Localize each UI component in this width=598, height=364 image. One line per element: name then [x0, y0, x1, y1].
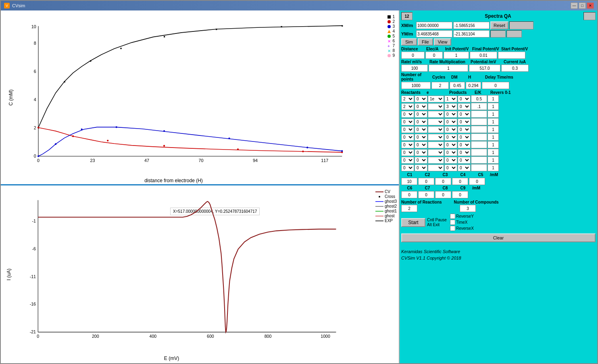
e-select-8[interactable]	[428, 149, 444, 156]
c1-input[interactable]	[401, 178, 417, 185]
reverse-x-checkbox[interactable]	[450, 226, 455, 231]
ek-input-7[interactable]	[471, 141, 487, 148]
p1-select-2[interactable]: 30	[444, 103, 457, 110]
ym-input-1[interactable]	[416, 30, 452, 37]
r1-select-4[interactable]: 0	[401, 119, 414, 125]
reset-button[interactable]: Reset	[490, 21, 508, 29]
c7-input[interactable]	[418, 191, 434, 198]
ek-input-2[interactable]	[471, 103, 487, 110]
c3-input[interactable]	[435, 178, 451, 185]
ek-input-1[interactable]	[471, 95, 487, 102]
revers-input-3[interactable]	[488, 110, 499, 118]
c8-input[interactable]	[435, 191, 451, 198]
revers-input-10[interactable]	[488, 164, 499, 171]
p1s-select-5[interactable]: 0	[458, 126, 471, 133]
r1-select-6[interactable]: 0	[401, 134, 414, 141]
r1-select-9[interactable]: 0	[401, 157, 414, 164]
e-select-6[interactable]	[428, 134, 444, 141]
ek-input-9[interactable]	[471, 156, 487, 164]
r1-select-8[interactable]: 0	[401, 149, 414, 156]
p1s-select-2[interactable]: 01	[458, 103, 471, 110]
rate-mult-input[interactable]	[429, 64, 468, 72]
e-select-1[interactable]: 1e02e	[428, 96, 444, 102]
p1s-select-8[interactable]: 0	[458, 149, 471, 156]
r1s-select-4[interactable]: 0	[415, 119, 427, 125]
clear-button[interactable]: Clear	[401, 233, 596, 242]
spectra-box-4[interactable]	[506, 30, 522, 37]
p1s-select-9[interactable]: 0	[458, 157, 471, 164]
p1s-select-4[interactable]: 0	[458, 119, 471, 125]
r1s-select-2[interactable]: 01	[415, 103, 427, 110]
revers-input-8[interactable]	[488, 149, 499, 156]
maximize-button[interactable]: □	[579, 2, 586, 9]
time-x-checkbox[interactable]	[450, 220, 455, 225]
xm-input-2[interactable]	[453, 22, 490, 29]
file-menu[interactable]: File	[418, 38, 433, 46]
revers-input-2[interactable]	[488, 103, 499, 110]
reverse-y-checkbox[interactable]	[450, 214, 455, 219]
revers-input-5[interactable]	[488, 126, 499, 133]
r1s-select-10[interactable]: 0	[415, 164, 427, 171]
h-input[interactable]	[466, 82, 481, 89]
r1-select-5[interactable]: 0	[401, 126, 414, 133]
ek-input-8[interactable]	[471, 149, 487, 156]
spectra-box-2[interactable]	[509, 21, 533, 29]
p1s-select-7[interactable]: 0	[458, 141, 471, 148]
close-button[interactable]: ✕	[587, 2, 594, 9]
start-button[interactable]: Start	[401, 218, 425, 227]
minimize-button[interactable]: —	[571, 2, 578, 9]
e-select-4[interactable]	[428, 119, 444, 125]
r1-select-10[interactable]: 0	[401, 164, 414, 171]
r1s-select-7[interactable]: 0	[415, 141, 427, 148]
start-potent-input[interactable]	[498, 52, 525, 59]
sim-menu[interactable]: Sim	[401, 38, 417, 46]
p1-select-4[interactable]: 0	[444, 119, 457, 125]
num-box[interactable]: 12	[401, 12, 413, 20]
p1-select-1[interactable]: 102	[444, 96, 457, 102]
ek-input-4[interactable]	[471, 118, 487, 125]
rate-input[interactable]	[401, 64, 428, 72]
c5-input[interactable]	[469, 178, 485, 185]
p1s-select-3[interactable]: 0	[458, 111, 471, 118]
elec-input[interactable]	[425, 52, 443, 59]
e-select-9[interactable]	[428, 157, 444, 164]
r1-select-3[interactable]: 0	[401, 111, 414, 118]
revers-input-6[interactable]	[488, 133, 499, 141]
delay-input[interactable]	[482, 82, 509, 89]
view-menu[interactable]: View	[434, 38, 452, 46]
potential-input[interactable]	[469, 64, 500, 72]
p1s-select-6[interactable]: 0	[458, 134, 471, 141]
revers-input-7[interactable]	[488, 141, 499, 148]
revers-input-9[interactable]	[488, 156, 499, 164]
e-select-3[interactable]	[428, 111, 444, 118]
e-select-7[interactable]	[428, 141, 444, 148]
r1-select-2[interactable]: 20	[401, 103, 414, 110]
r1s-select-8[interactable]: 0	[415, 149, 427, 156]
ek-input-10[interactable]	[471, 164, 487, 171]
xm-input-1[interactable]	[416, 22, 452, 29]
c2-input[interactable]	[418, 178, 434, 185]
r1s-select-9[interactable]: 0	[415, 157, 427, 164]
num-compounds-input[interactable]	[460, 205, 476, 212]
p1-select-7[interactable]: 0	[444, 141, 457, 148]
e-select-5[interactable]	[428, 126, 444, 133]
spectra-box-1[interactable]	[583, 12, 596, 20]
ek-input-6[interactable]	[471, 133, 487, 141]
dm-input[interactable]	[450, 82, 465, 89]
current-input[interactable]	[501, 64, 529, 72]
c6-input[interactable]	[401, 191, 417, 198]
c9-input[interactable]	[452, 191, 468, 198]
distance-input[interactable]	[401, 52, 425, 59]
e-select-2[interactable]: 1e	[428, 103, 444, 110]
p1s-select-10[interactable]: 0	[458, 164, 471, 171]
revers-input-4[interactable]	[488, 118, 499, 125]
p1s-select-1[interactable]: 01	[458, 96, 471, 102]
num-points-input[interactable]	[401, 82, 431, 89]
r1-select-1[interactable]: 2013	[401, 96, 414, 102]
c4-input[interactable]	[452, 178, 468, 185]
r1s-select-6[interactable]: 0	[415, 134, 427, 141]
final-potent-input[interactable]	[470, 52, 497, 59]
revers-input-1[interactable]	[488, 95, 499, 102]
init-potent-input[interactable]	[444, 52, 469, 59]
r1s-select-3[interactable]: 0	[415, 111, 427, 118]
